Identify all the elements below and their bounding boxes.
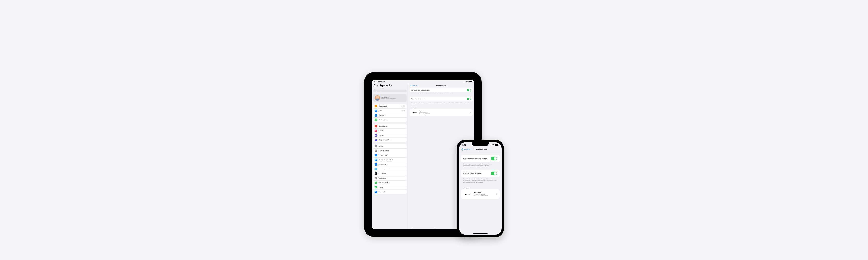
battery-icon <box>469 81 472 82</box>
sun-icon <box>375 154 377 156</box>
row-label: Pantalla y brillo <box>378 155 405 156</box>
search-field[interactable] <box>373 88 406 92</box>
row-label: General <box>378 145 405 147</box>
airplane-switch[interactable] <box>401 105 405 107</box>
row-general[interactable]: General <box>373 144 406 148</box>
row-wallpaper[interactable]: Fondo de pantalla <box>373 166 406 171</box>
pencil-icon <box>375 177 377 179</box>
active-header: Activas <box>461 186 500 189</box>
receipt-toggle-row[interactable]: Recibos de renovación <box>410 97 472 101</box>
bell-icon <box>375 125 377 127</box>
detail-header: Apple ID Suscripciones <box>408 83 474 88</box>
ipad-status-time: 9:41 <box>374 81 376 82</box>
row-wifi[interactable]: Wi-Fi WiFi <box>373 108 406 113</box>
row-screentime[interactable]: Tiempo en pantalla <box>373 138 406 142</box>
receipt-label: Recibos de renovación <box>463 173 480 174</box>
active-subs-card: One Apple One Premium (mensual) Renovaci… <box>461 189 500 199</box>
sidebar-title: Configuración <box>373 83 407 88</box>
receipt-card: Recibos de renovación <box>410 97 472 101</box>
ipad-status-date: Mar 9 de ene <box>378 81 385 82</box>
row-label: Sonidos <box>378 130 405 132</box>
svg-point-0 <box>376 155 376 155</box>
receipt-switch[interactable] <box>491 172 497 175</box>
row-privacy[interactable]: Privacidad <box>373 189 406 194</box>
back-label: Apple ID <box>412 84 417 86</box>
sub-line1: Premium (mensual) <box>473 193 494 195</box>
row-control-center[interactable]: Centro de control <box>373 148 406 153</box>
signal-icon <box>489 144 491 146</box>
row-label: Face ID y código <box>378 182 405 183</box>
subscription-row[interactable]: One Apple One Premium (mensual) Renovaci… <box>461 189 500 199</box>
apple-one-logo: One <box>411 111 417 114</box>
row-label: Enfoque <box>378 135 405 136</box>
row-battery[interactable]: Batería <box>373 185 406 189</box>
wifi-icon <box>492 144 494 146</box>
svg-rect-9 <box>376 187 377 188</box>
ipad-status-pct: 100% <box>466 81 469 82</box>
row-sounds[interactable]: Sonidos <box>373 128 406 133</box>
device-stage: 9:41 Mar 9 de ene 100% Configuración <box>364 72 504 243</box>
row-airplane[interactable]: Modo de vuelo <box>373 104 406 108</box>
row-faceid[interactable]: Face ID y código <box>373 180 406 185</box>
moon-icon <box>375 134 377 137</box>
flower-icon <box>375 168 377 170</box>
receipt-toggle-row[interactable]: Recibos de renovación <box>461 170 500 177</box>
active-header: Activas <box>410 107 472 109</box>
bluetooth-icon <box>375 114 377 116</box>
search-input[interactable] <box>373 89 406 92</box>
subscription-row[interactable]: One Apple One Premium (mensual) Renovaci… <box>410 109 472 116</box>
row-accessibility[interactable]: Accesibilidad <box>373 162 406 166</box>
battery-icon <box>495 144 498 146</box>
receipt-switch[interactable] <box>467 98 471 100</box>
chevron-left-icon <box>462 148 463 151</box>
share-toggle-row[interactable]: Compartir suscripciones nuevas <box>410 88 472 92</box>
gear-icon <box>375 145 377 147</box>
airplane-icon <box>375 105 377 107</box>
settings-sidebar: Configuración Ashley Rico Apple ID, iClo… <box>372 83 408 229</box>
share-footer: Las suscripciones que cumplan los requis… <box>410 92 472 97</box>
chevron-right-icon <box>470 110 471 115</box>
speaker-icon <box>375 129 377 132</box>
grid-icon <box>375 159 377 161</box>
share-switch[interactable] <box>467 89 471 91</box>
row-notifications[interactable]: Notificaciones <box>373 124 406 128</box>
row-label: Bluetooth <box>378 115 405 116</box>
share-card: Compartir suscripciones nuevas <box>461 155 500 162</box>
share-toggle-row[interactable]: Compartir suscripciones nuevas <box>461 155 500 162</box>
share-switch[interactable] <box>491 157 497 160</box>
profile-card[interactable]: Ashley Rico Apple ID, iCloud+, compras y… <box>373 94 406 102</box>
receipt-footer: Se enviará un recibo por cada renovación… <box>461 177 500 186</box>
wifi-value: WiFi <box>403 110 405 111</box>
back-button[interactable]: Apple ID <box>410 84 417 86</box>
battery-icon <box>375 186 377 188</box>
iphone-header: Apple ID Suscripciones <box>459 148 501 152</box>
row-bluetooth[interactable]: Bluetooth <box>373 113 406 117</box>
row-label: Centro de control <box>378 150 405 151</box>
group-notifications: Notificaciones Sonidos Enfoque Tiem <box>373 124 406 142</box>
chevron-left-icon <box>410 84 411 86</box>
row-label: Accesibilidad <box>378 164 405 165</box>
svg-point-7 <box>375 173 376 174</box>
row-label: Privacidad <box>378 191 405 193</box>
share-card: Compartir suscripciones nuevas <box>410 88 472 92</box>
row-siri[interactable]: Siri y Buscar <box>373 171 406 176</box>
row-label: Wi-Fi <box>378 110 403 111</box>
row-home-screen[interactable]: Pantalla de inicio y Dock <box>373 157 406 162</box>
row-label: Siri y Buscar <box>378 173 405 174</box>
row-pencil[interactable]: Apple Pencil <box>373 176 406 180</box>
sub-line2: Renovación: 18/02/2022 <box>419 113 468 114</box>
row-cellular[interactable]: Datos celulares <box>373 117 406 122</box>
row-focus[interactable]: Enfoque <box>373 133 406 138</box>
sliders-icon <box>375 149 377 152</box>
back-label: Apple ID <box>464 149 471 151</box>
home-indicator[interactable] <box>473 233 488 234</box>
row-label: Datos celulares <box>378 119 405 121</box>
share-label: Compartir suscripciones nuevas <box>463 158 488 159</box>
cellular-icon <box>375 119 377 121</box>
home-indicator[interactable] <box>411 228 434 228</box>
row-label: Pantalla de inicio y Dock <box>378 159 405 160</box>
row-label: Modo de vuelo <box>378 105 401 107</box>
row-display[interactable]: Pantalla y brillo <box>373 153 406 157</box>
iphone-back-button[interactable]: Apple ID <box>462 148 471 151</box>
iphone-status-time: 9:41 <box>462 144 466 146</box>
